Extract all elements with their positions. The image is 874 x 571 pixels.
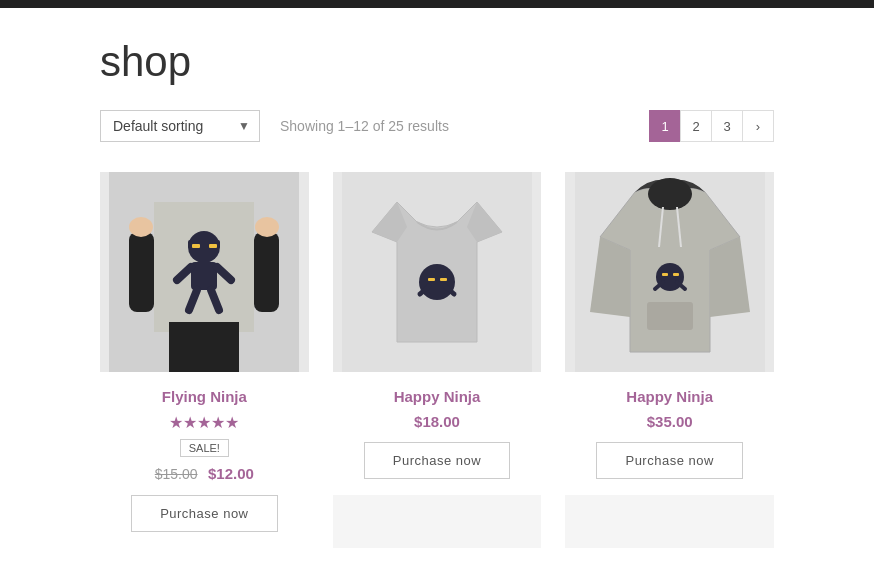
svg-point-17 [419,264,455,300]
product-stars: ★★★★★ [112,413,297,432]
product-info: Flying Ninja ★★★★★ SALE! $15.00 $12.00 P… [100,372,309,548]
svg-rect-15 [169,322,239,372]
svg-rect-28 [647,302,693,330]
sort-select[interactable]: Default sorting Popularity Latest Price:… [100,110,260,142]
page-container: shop Default sorting Popularity Latest P… [0,8,874,571]
svg-point-3 [129,217,153,237]
sale-badge: SALE! [180,439,229,457]
svg-rect-1 [129,232,154,312]
purchase-button[interactable]: Purchase now [131,495,277,532]
product-name: Happy Ninja [577,388,762,405]
page-title: shop [100,38,774,86]
page-next-button[interactable]: › [742,110,774,142]
products-grid: Flying Ninja ★★★★★ SALE! $15.00 $12.00 P… [100,172,774,548]
svg-point-4 [255,217,279,237]
page-1-button[interactable]: 1 [649,110,681,142]
pagination: 1 2 3 › [650,110,774,142]
svg-rect-19 [428,278,435,281]
product-image [100,172,309,372]
page-2-button[interactable]: 2 [680,110,712,142]
price-wrapper: $15.00 $12.00 [112,465,297,483]
product-card: Happy Ninja $35.00 Purchase now [565,172,774,548]
product-image [333,172,542,372]
svg-rect-9 [209,244,217,248]
product-card: Happy Ninja $18.00 Purchase now [333,172,542,548]
price-single: $18.00 [345,413,530,430]
sort-select-wrapper: Default sorting Popularity Latest Price:… [100,110,260,142]
price-single: $35.00 [577,413,762,430]
product-card: Flying Ninja ★★★★★ SALE! $15.00 $12.00 P… [100,172,309,548]
svg-rect-20 [440,278,447,281]
product-info: Happy Ninja $35.00 Purchase now [565,372,774,495]
top-bar [0,0,874,8]
svg-rect-2 [254,232,279,312]
svg-point-25 [648,178,692,210]
svg-rect-31 [662,273,668,276]
product-name: Happy Ninja [345,388,530,405]
page-3-button[interactable]: 3 [711,110,743,142]
svg-rect-32 [673,273,679,276]
svg-rect-8 [192,244,200,248]
price-new: $12.00 [208,465,254,482]
results-text: Showing 1–12 of 25 results [280,118,449,134]
product-image [565,172,774,372]
purchase-button[interactable]: Purchase now [596,442,742,479]
svg-rect-33 [663,280,677,288]
purchase-button[interactable]: Purchase now [364,442,510,479]
toolbar: Default sorting Popularity Latest Price:… [100,110,774,142]
price-old: $15.00 [155,466,198,482]
product-name: Flying Ninja [112,388,297,405]
product-info: Happy Ninja $18.00 Purchase now [333,372,542,495]
